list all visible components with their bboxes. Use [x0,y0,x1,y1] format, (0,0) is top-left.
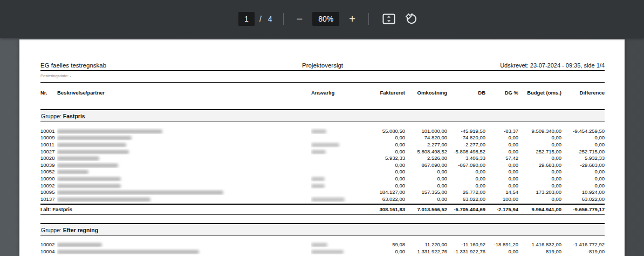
row-value: 74.820,00 [405,134,447,140]
table-row: 100285.932,332.526,003.406,3357,420,005.… [40,154,605,161]
group-total-row: I alt: Fastpris308.161,837.013.566,52-6.… [40,204,605,215]
redacted-text [311,184,325,188]
row-value: 5.932,33 [561,155,605,161]
zoom-in-button[interactable]: + [345,10,360,28]
row-description-redacted [57,128,311,134]
row-value: 0,00 [485,169,518,174]
row-number: 10090 [40,176,57,181]
row-value: 0,00 [561,176,605,181]
row-value: 3.406,33 [447,155,485,161]
group-rows: 1000155.080,50101.000,00-45.919,50-83,37… [40,127,605,203]
row-value: 1.416.832,00 [518,241,561,247]
row-value: 0,00 [366,149,405,154]
table-row: 100040,001.331.922,76-1.331.922,760,0081… [40,248,605,255]
group-label-prefix: Gruppe: [41,113,63,119]
row-value: 0,00 [561,134,605,140]
row-value: 0,00 [447,176,485,181]
row-value: 9.509.340,00 [518,128,561,134]
row-value: 26.772,00 [447,189,485,195]
column-header: Difference [561,90,605,96]
row-value: 0,00 [485,142,518,147]
row-value: -1.331.922,76 [447,248,485,254]
row-value: 10.924,00 [561,189,605,195]
rotate-button[interactable] [400,10,423,28]
redacted-text [311,130,326,133]
row-value: 14,54 [485,189,518,195]
group-total-value: -6.705.404,69 [447,206,485,212]
redacted-text [311,250,344,254]
table-row: 1000155.080,50101.000,00-45.919,50-83,37… [40,127,605,134]
row-value: 157.355,00 [405,189,447,195]
row-value: 0,00 [518,155,561,161]
row-value: 252.715,00 [518,149,561,154]
row-value: 0,00 [485,149,518,154]
row-value: 100,00 [485,196,518,202]
zoom-out-button[interactable]: − [292,10,307,28]
row-ansvarlig-redacted [311,149,366,154]
group-total-value: -2.175,94 [485,206,518,212]
row-description-redacted [57,162,311,168]
fit-to-page-button[interactable] [378,11,400,27]
page-number-input[interactable] [238,12,255,26]
row-value: 184.127,00 [366,189,405,195]
redacted-text [57,191,223,194]
row-number: 10004 [40,248,57,254]
group-total-value: 7.013.566,52 [405,206,447,212]
group-total-label: I alt: Fastpris [40,206,366,212]
row-value: -867.090,00 [447,162,485,168]
row-value: 0,00 [405,183,447,188]
row-value: 11.220,00 [405,241,447,247]
row-value: 0,00 [366,176,405,181]
row-value: -29.683,00 [561,162,605,168]
redacted-text [311,150,326,154]
row-value: 101.000,00 [405,128,447,134]
row-value: 0,00 [366,248,405,254]
row-number: 10002 [40,241,57,247]
redacted-text [57,250,199,254]
row-value: 0,00 [366,162,405,168]
row-value: 0,00 [405,196,447,202]
group-rows: 1000259,0811.220,00-11.160,92-18.891,201… [40,241,605,255]
row-value: 173.203,00 [518,189,561,195]
column-header: Beskrivelse/partner [57,90,311,96]
row-value: 0,00 [485,134,518,140]
row-description-redacted [57,155,311,161]
row-value: 819,00 [518,248,561,254]
row-value: 1.331.922,76 [405,248,447,254]
group-header: Gruppe: Fastpris [40,109,605,122]
row-value: -1.416.772,92 [561,241,605,247]
row-description-redacted [57,142,311,147]
row-description-redacted [57,189,311,195]
row-value: -45.919,50 [447,128,485,134]
redacted-text [57,136,132,140]
row-description-redacted [57,134,311,140]
row-value: 0,00 [485,176,518,181]
pdf-toolbar: / 4 − 80% + [0,0,644,38]
group-name: Fastpris [63,113,85,119]
column-header: Budget (oms.) [518,90,561,96]
row-value: 0,00 [366,183,405,188]
row-ansvarlig-redacted [311,183,366,188]
row-number: 10039 [40,162,57,168]
row-value: 0,00 [518,142,561,147]
redacted-text [311,198,345,201]
table-row: 10095184.127,00157.355,0026.772,0014,541… [40,188,605,196]
row-value: 0,00 [405,169,447,174]
row-value: -819,00 [561,248,605,254]
table-row: 100520,000,000,000,000,000,00 [40,169,605,176]
column-header: DB [447,90,485,96]
toolbar-divider [368,13,369,25]
group-total-value: 9.964.941,00 [518,206,561,212]
posting-date: Posteringsdato: - [40,71,605,83]
redacted-text [57,164,118,167]
zoom-level-display[interactable]: 80% [312,12,339,26]
report-header: EG faelles testregnskab Projektoversigt … [40,59,605,71]
row-value: 63.022,00 [366,196,405,202]
row-value: 0,00 [405,176,447,181]
row-value: -9.454.259,50 [561,128,605,134]
row-value: 0,00 [366,169,405,174]
toolbar-controls: / 4 − 80% + [238,10,423,28]
column-header: Nr. [40,90,57,96]
fit-to-page-icon [382,14,395,24]
column-header: DG % [485,90,518,96]
